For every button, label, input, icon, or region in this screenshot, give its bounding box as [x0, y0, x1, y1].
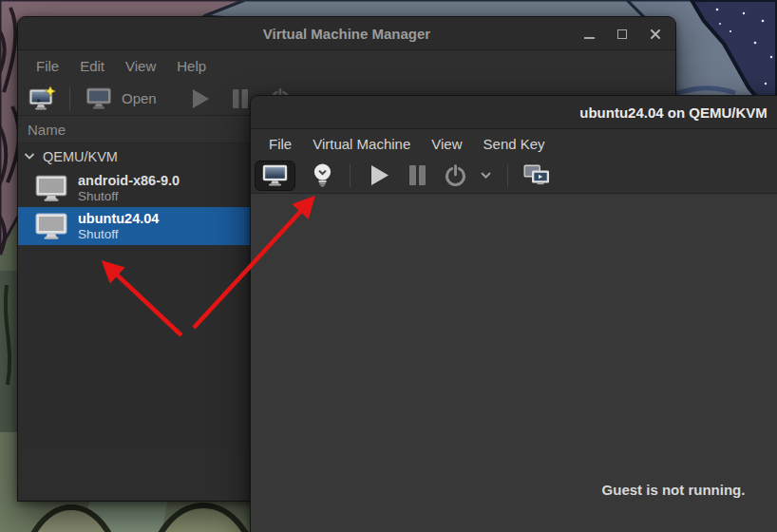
- console-titlebar[interactable]: ubuntu24.04 on QEMU/KVM: [251, 96, 777, 129]
- virtual-displays-button[interactable]: [520, 161, 554, 191]
- pause-icon: [407, 163, 427, 187]
- toolbar-separator: [69, 87, 70, 110]
- pause-button[interactable]: [401, 161, 433, 191]
- open-button[interactable]: Open: [82, 87, 161, 109]
- menu-file[interactable]: File: [26, 54, 69, 78]
- chevron-down-icon: [480, 171, 492, 180]
- name-column-label: Name: [28, 122, 66, 138]
- minimize-button[interactable]: [577, 22, 601, 47]
- shutdown-button[interactable]: [439, 161, 471, 191]
- toolbar-separator: [507, 164, 508, 187]
- vm-monitor-icon: [35, 175, 67, 201]
- close-icon: [650, 28, 661, 40]
- vm-name: android-x86-9.0: [78, 174, 180, 188]
- console-window: ubuntu24.04 on QEMU/KVM File Virtual Mac…: [250, 95, 777, 532]
- menu-virtual-machine[interactable]: Virtual Machine: [302, 132, 421, 156]
- run-button[interactable]: [363, 161, 395, 191]
- menu-help[interactable]: Help: [166, 54, 217, 78]
- close-button[interactable]: [643, 22, 668, 47]
- virtual-displays-icon: [523, 164, 550, 187]
- pause-icon: [231, 87, 250, 110]
- shutdown-menu-button[interactable]: [475, 161, 496, 191]
- console-menubar: File Virtual Machine View Send Key: [251, 129, 777, 158]
- console-monitor-icon: [262, 164, 288, 186]
- run-icon: [369, 163, 390, 187]
- maximize-button[interactable]: [610, 22, 635, 47]
- vm-monitor-icon: [35, 213, 67, 239]
- connection-label: QEMU/KVM: [43, 149, 118, 164]
- new-vm-icon: [28, 86, 57, 111]
- menu-view[interactable]: View: [115, 54, 166, 78]
- power-icon: [443, 162, 468, 188]
- menu-view[interactable]: View: [421, 132, 472, 156]
- console-window-title: ubuntu24.04 on QEMU/KVM: [251, 96, 777, 129]
- console-view-button[interactable]: [255, 161, 295, 191]
- console-content-area: Guest is not running.: [251, 194, 777, 532]
- console-toolbar: [251, 158, 777, 194]
- vm-status: Shutoff: [78, 189, 180, 203]
- hardware-details-button[interactable]: [308, 161, 336, 191]
- vmm-titlebar[interactable]: Virtual Machine Manager: [18, 17, 675, 50]
- maximize-icon: [617, 29, 627, 39]
- menu-send-key[interactable]: Send Key: [473, 132, 556, 156]
- open-monitor-icon: [85, 87, 112, 109]
- run-vm-button[interactable]: [185, 84, 216, 114]
- menu-edit[interactable]: Edit: [69, 54, 115, 78]
- vmm-window-controls: [568, 17, 668, 50]
- open-button-label: Open: [122, 90, 157, 106]
- lightbulb-icon: [312, 162, 333, 189]
- expander-chevron-icon[interactable]: [24, 152, 35, 161]
- minimize-icon: [584, 37, 595, 39]
- guest-status-message: Guest is not running.: [602, 482, 746, 498]
- toolbar-separator: [350, 164, 351, 187]
- vm-status: Shutoff: [78, 227, 159, 241]
- vmm-menubar: File Edit View Help: [18, 50, 675, 82]
- run-icon: [190, 87, 211, 110]
- menu-file[interactable]: File: [258, 132, 302, 156]
- vm-name: ubuntu24.04: [78, 212, 159, 226]
- new-vm-button[interactable]: [28, 84, 58, 114]
